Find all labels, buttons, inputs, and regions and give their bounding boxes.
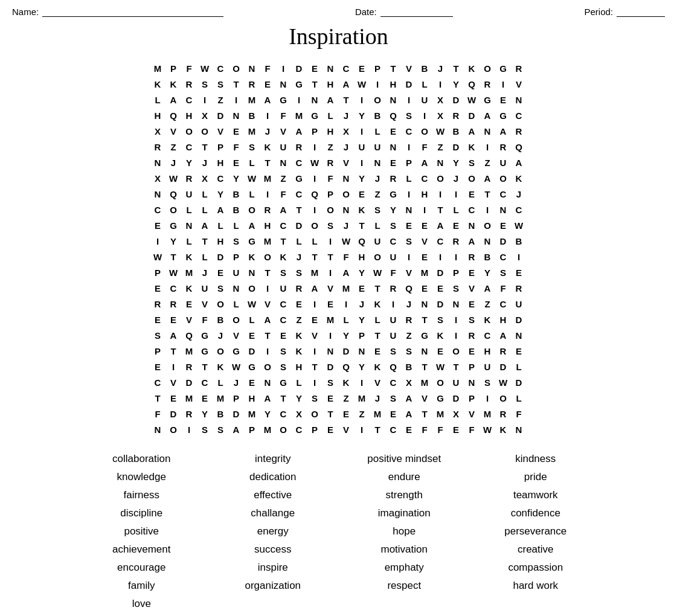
grid-cell: L	[213, 374, 229, 390]
grid-cell: I	[260, 107, 276, 123]
grid-cell: T	[449, 359, 464, 374]
grid-cell: N	[229, 107, 245, 123]
grid-cell: E	[417, 280, 433, 296]
grid-cell: A	[402, 406, 417, 422]
grid-cell: X	[339, 123, 355, 139]
grid-cell: R	[182, 76, 197, 92]
grid-cell: A	[496, 123, 512, 139]
grid-cell: G	[292, 76, 307, 92]
grid-cell: L	[449, 202, 464, 217]
grid-cell: D	[229, 406, 245, 422]
grid-cell: E	[307, 60, 323, 76]
grid-cell: X	[402, 374, 417, 390]
grid-cell: I	[449, 249, 464, 265]
grid-cell: O	[464, 170, 480, 186]
grid-cell: Z	[213, 92, 229, 107]
grid-cell: H	[355, 249, 370, 265]
grid-cell: F	[417, 139, 433, 155]
grid-cell: N	[150, 155, 166, 170]
grid-cell: N	[480, 233, 496, 249]
grid-cell: K	[433, 327, 449, 343]
word-search-grid: MPFWCONFIDENCEPTVBJTKOGRKKRSSTRENGTHAWIH…	[150, 60, 527, 437]
word-item: encourage	[79, 560, 205, 575]
grid-cell: G	[166, 217, 182, 233]
grid-cell: P	[229, 249, 245, 265]
grid-cell: C	[197, 374, 213, 390]
grid-cell: W	[480, 422, 496, 437]
grid-cell: A	[260, 312, 276, 327]
grid-cell: L	[292, 374, 307, 390]
grid-cell: K	[512, 170, 527, 186]
word-item: integrity	[210, 452, 336, 466]
word-item: discipline	[79, 506, 205, 521]
grid-cell: S	[197, 76, 213, 92]
grid-cell: E	[323, 422, 339, 437]
grid-cell: J	[166, 155, 182, 170]
grid-cell: U	[449, 374, 464, 390]
grid-cell: V	[417, 233, 433, 249]
grid-cell: G	[245, 233, 260, 249]
grid-cell: V	[323, 280, 339, 296]
grid-cell: K	[370, 296, 386, 312]
grid-cell: S	[464, 312, 480, 327]
grid-cell: V	[182, 312, 197, 327]
grid-cell: R	[245, 76, 260, 92]
grid-cell: I	[370, 76, 386, 92]
grid-cell: I	[355, 155, 370, 170]
grid-cell: F	[182, 60, 197, 76]
grid-cell: E	[150, 217, 166, 233]
grid-cell: W	[166, 170, 182, 186]
grid-cell: N	[464, 217, 480, 233]
grid-cell: Q	[355, 233, 370, 249]
grid-cell: Z	[292, 312, 307, 327]
grid-cell: Q	[402, 280, 417, 296]
grid-cell: D	[496, 233, 512, 249]
grid-cell: D	[402, 76, 417, 92]
grid-cell: C	[417, 170, 433, 186]
grid-cell: T	[166, 249, 182, 265]
grid-cell: U	[182, 186, 197, 202]
grid-cell: I	[402, 92, 417, 107]
word-item: knowledge	[79, 470, 205, 484]
grid-cell: T	[229, 76, 245, 92]
grid-cell: E	[512, 265, 527, 280]
grid-cell: S	[480, 374, 496, 390]
grid-cell: M	[245, 406, 260, 422]
word-item	[210, 597, 336, 611]
grid-cell: W	[355, 76, 370, 92]
grid-cell: U	[417, 92, 433, 107]
grid-cell: V	[339, 422, 355, 437]
grid-cell: V	[197, 296, 213, 312]
grid-cell: U	[480, 359, 496, 374]
grid-cell: E	[166, 390, 182, 406]
grid-cell: X	[150, 170, 166, 186]
grid-cell: I	[307, 202, 323, 217]
grid-cell: T	[355, 217, 370, 233]
grid-cell: G	[292, 170, 307, 186]
grid-cell: A	[512, 155, 527, 170]
grid-cell: F	[260, 60, 276, 76]
grid-cell: N	[150, 186, 166, 202]
word-item: challange	[210, 506, 336, 521]
grid-cell: K	[182, 280, 197, 296]
grid-cell: I	[260, 280, 276, 296]
name-field: Name:	[12, 6, 223, 17]
grid-cell: D	[464, 107, 480, 123]
grid-cell: W	[433, 123, 449, 139]
grid-cell: R	[292, 280, 307, 296]
grid-cell: S	[386, 390, 402, 406]
grid-cell: T	[307, 76, 323, 92]
grid-cell: F	[417, 422, 433, 437]
grid-cell: D	[182, 374, 197, 390]
grid-cell: H	[213, 233, 229, 249]
grid-cell: I	[480, 390, 496, 406]
grid-cell: E	[496, 217, 512, 233]
date-underline	[380, 6, 453, 17]
grid-cell: I	[402, 249, 417, 265]
date-label: Date:	[355, 7, 377, 17]
grid-cell: H	[323, 76, 339, 92]
grid-cell: U	[496, 155, 512, 170]
grid-cell: Y	[292, 390, 307, 406]
grid-cell: Q	[307, 186, 323, 202]
word-item: organization	[210, 579, 336, 593]
